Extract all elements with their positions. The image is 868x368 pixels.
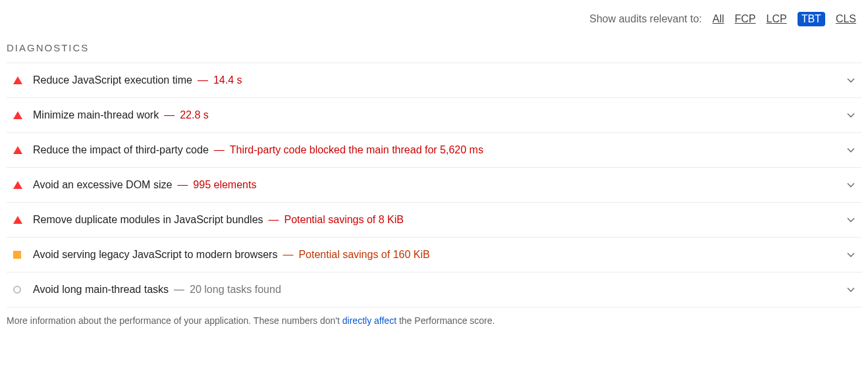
audit-value: 14.4 s (213, 74, 242, 86)
audit-title: Reduce the impact of third-party code (33, 144, 209, 156)
fail-icon (11, 111, 33, 119)
audit-row[interactable]: Avoid long main-thread tasks — 20 long t… (7, 272, 861, 307)
chevron-down-icon (844, 144, 857, 157)
audit-separator: — (198, 74, 208, 86)
footer-suffix: the Performance score. (396, 315, 495, 326)
filter-cls[interactable]: CLS (836, 13, 856, 25)
chevron-down-icon (844, 283, 857, 296)
audit-separator: — (269, 214, 279, 226)
audit-value: Potential savings of 8 KiB (285, 214, 404, 226)
audit-row[interactable]: Minimize main-thread work — 22.8 s (7, 97, 861, 132)
audit-row[interactable]: Reduce the impact of third-party code — … (7, 132, 861, 167)
filter-lcp[interactable]: LCP (767, 13, 787, 25)
chevron-down-icon (844, 74, 857, 87)
audit-value: Potential savings of 160 KiB (298, 249, 429, 261)
audit-value: 20 long tasks found (190, 284, 281, 296)
audit-value: 22.8 s (180, 109, 209, 121)
fail-icon (11, 216, 33, 224)
chevron-down-icon (844, 213, 857, 226)
filter-bar: Show audits relevant to: All FCP LCP TBT… (7, 7, 861, 37)
audit-title: Avoid serving legacy JavaScript to moder… (33, 249, 277, 261)
audit-row[interactable]: Avoid serving legacy JavaScript to moder… (7, 237, 861, 272)
chevron-down-icon (844, 178, 857, 192)
filter-fcp[interactable]: FCP (735, 13, 756, 25)
footer-note: More information about the performance o… (7, 307, 861, 326)
audit-title: Reduce JavaScript execution time (33, 74, 192, 86)
fail-icon (11, 181, 33, 189)
audit-separator: — (164, 109, 175, 121)
average-icon (11, 251, 33, 259)
audit-title: Avoid long main-thread tasks (33, 284, 169, 296)
audit-title: Minimize main-thread work (33, 109, 159, 121)
audit-value: Third-party code blocked the main thread… (230, 144, 483, 156)
section-header-diagnostics: DIAGNOSTICS (7, 37, 861, 63)
audit-separator: — (177, 179, 188, 191)
filter-label: Show audits relevant to: (589, 13, 702, 25)
audit-separator: — (214, 144, 225, 156)
audit-value: 995 elements (193, 179, 256, 191)
audit-title: Avoid an excessive DOM size (33, 179, 172, 191)
fail-icon (11, 146, 33, 154)
informative-icon (11, 286, 33, 294)
chevron-down-icon (844, 248, 857, 261)
audit-row[interactable]: Avoid an excessive DOM size — 995 elemen… (7, 167, 861, 202)
fail-icon (11, 76, 33, 84)
footer-link[interactable]: directly affect (342, 315, 396, 326)
audit-row[interactable]: Reduce JavaScript execution time — 14.4 … (7, 63, 861, 97)
audit-separator: — (283, 249, 293, 261)
audit-list: Reduce JavaScript execution time — 14.4 … (7, 63, 861, 307)
audit-row[interactable]: Remove duplicate modules in JavaScript b… (7, 202, 861, 237)
footer-prefix: More information about the performance o… (7, 315, 342, 326)
audit-title: Remove duplicate modules in JavaScript b… (33, 214, 263, 226)
audit-separator: — (174, 284, 184, 296)
chevron-down-icon (844, 109, 857, 122)
filter-all[interactable]: All (713, 13, 724, 25)
filter-tbt[interactable]: TBT (798, 12, 825, 26)
